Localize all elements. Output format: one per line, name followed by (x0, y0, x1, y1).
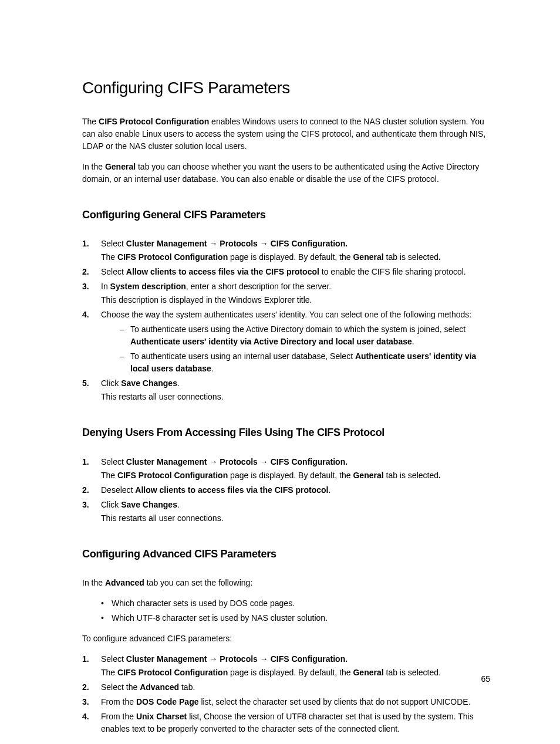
list-item: 5. Click Save Changes. This restarts all… (82, 377, 490, 403)
list-item: 3. Click Save Changes. This restarts all… (82, 499, 490, 525)
list-item: 3. From the DOS Code Page list, select t… (82, 696, 490, 708)
list-item: 2. Deselect Allow clients to access file… (82, 484, 490, 496)
section-c-leadin: To configure advanced CIFS parameters: (82, 633, 490, 645)
section-c-steps: 1. Select Cluster Management → Protocols… (82, 653, 490, 735)
list-item: Which character sets is used by DOS code… (82, 597, 490, 610)
list-item: 2. Select Allow clients to access files … (82, 266, 490, 278)
section-a-title: Configuring General CIFS Parameters (82, 208, 490, 222)
list-item: To authenticate users using the Active D… (101, 323, 490, 348)
section-b-steps: 1. Select Cluster Management → Protocols… (82, 456, 490, 525)
list-item: 4. From the Unix Charset list, Choose th… (82, 711, 490, 735)
section-c-title: Configuring Advanced CIFS Parameters (82, 547, 490, 562)
section-c-intro: In the Advanced tab you can set the foll… (82, 577, 490, 589)
section-c-bullets: Which character sets is used by DOS code… (82, 597, 490, 624)
list-item: 1. Select Cluster Management → Protocols… (82, 238, 490, 263)
list-item: 1. Select Cluster Management → Protocols… (82, 653, 490, 679)
page-number: 65 (481, 674, 490, 685)
intro-paragraph-1: The CIFS Protocol Configuration enables … (82, 116, 490, 153)
list-item: 4. Choose the way the system authenticat… (82, 309, 490, 375)
list-item: To authenticate users using an internal … (101, 350, 490, 375)
list-item: Which UTF-8 character set is used by NAS… (82, 612, 490, 624)
list-item: 3. In System description, enter a short … (82, 280, 490, 306)
intro-paragraph-2: In the General tab you can choose whethe… (82, 161, 490, 185)
section-a-steps: 1. Select Cluster Management → Protocols… (82, 238, 490, 403)
page-title: Configuring CIFS Parameters (82, 76, 490, 99)
section-b-title: Denying Users From Accessing Files Using… (82, 425, 490, 440)
list-item: 2. Select the Advanced tab. (82, 681, 490, 694)
list-item: 1. Select Cluster Management → Protocols… (82, 456, 490, 482)
